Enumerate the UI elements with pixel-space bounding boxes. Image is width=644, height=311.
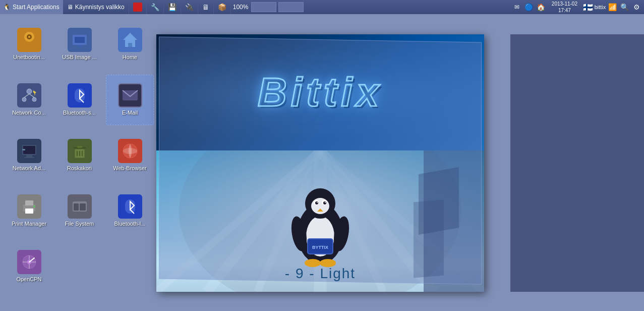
svg-rect-18 [26, 155, 32, 157]
icon-unetbootin[interactable]: Unetbootin... [5, 19, 53, 70]
svg-rect-13 [128, 43, 132, 47]
taskbar-icon-red[interactable] [129, 0, 147, 14]
home-tray-icon[interactable]: 🏠 [536, 2, 547, 13]
bluetooth-tray-icon[interactable]: 🔵 [523, 2, 535, 13]
svg-rect-34 [74, 203, 79, 211]
icon-file-system[interactable]: File System [55, 186, 103, 236]
wifi-icon[interactable]: 📶 [607, 2, 618, 13]
launch-menu-label: Käynnistys valikko [75, 4, 125, 11]
file-system-label: File System [65, 221, 94, 227]
red-icon [133, 3, 142, 12]
svg-point-3 [28, 36, 30, 38]
search-tray-icon[interactable]: 🔍 [619, 2, 630, 13]
svg-rect-36 [76, 212, 84, 214]
launch-menu-button[interactable]: 🖥 Käynnistys valikko [63, 0, 129, 14]
wallpaper-subtitle: - 9 - Light [285, 266, 356, 282]
svg-point-51 [311, 198, 329, 214]
email-tray-icon[interactable]: ✉ [511, 2, 522, 13]
print-manager-icon [17, 194, 41, 219]
desktop-icons-grid: Unetbootin... USB Image ... Network Co..… [5, 19, 156, 297]
svg-rect-19 [24, 157, 34, 158]
right-panel [510, 34, 644, 292]
icon-usb-image[interactable]: USB Image ... [55, 19, 103, 70]
svg-rect-23 [77, 146, 82, 148]
start-penguin-icon: 🐧 [3, 4, 11, 11]
roskakori-label: Roskakori [67, 165, 92, 172]
bluetooth-l-icon [118, 194, 142, 219]
svg-point-7 [27, 89, 32, 94]
icon-bluetooth-s[interactable]: Bluetooth-s... [55, 75, 103, 125]
svg-text:BYTTIX: BYTTIX [312, 245, 328, 250]
home-icon [118, 28, 142, 52]
penguin-svg: BYTTIX [285, 173, 356, 269]
unetbootin-label: Unetbootin... [13, 54, 44, 61]
bittix-logo: Bittix [258, 69, 383, 116]
monitor-icon: 🖥 [202, 3, 209, 11]
svg-point-57 [325, 202, 326, 203]
email-icon [118, 83, 142, 108]
svg-point-9 [32, 97, 36, 101]
username-label: bittix [595, 2, 606, 13]
wallpaper-top: Bittix [156, 34, 484, 150]
opencpn-icon [17, 250, 41, 274]
wallpaper-window: Bittix [156, 34, 484, 292]
tools-icon: 🔧 [151, 3, 159, 11]
opencpn-label: OpenCPN [16, 276, 41, 283]
svg-rect-1 [23, 43, 35, 47]
svg-rect-6 [78, 45, 82, 47]
icon-network-config[interactable]: Network Co... [5, 75, 53, 125]
network-ad-label: Network Ad... [13, 165, 45, 172]
svg-rect-20 [22, 149, 25, 150]
bluetooth-s-label: Bluetooth-s... [63, 110, 96, 116]
network-ad-icon [17, 139, 41, 163]
launch-menu-icon: 🖥 [67, 4, 73, 11]
svg-rect-30 [25, 200, 33, 205]
svg-point-54 [315, 201, 318, 204]
taskbar-icon-monitor[interactable]: 🖥 [198, 0, 214, 14]
svg-line-10 [24, 94, 29, 97]
system-tray: ✉ 🔵 🏠 2013-11-02 17:47 🇫🇮 bittix 📶 🔍 ⚙ [509, 0, 644, 14]
penguin-container: BYTTIX [285, 173, 356, 269]
taskbar: 🐧 Start Applications 🖥 Käynnistys valikk… [0, 0, 644, 14]
home-label: Home [123, 54, 137, 61]
taskbar-icon-tools[interactable]: 🔧 [147, 0, 164, 14]
svg-rect-35 [80, 203, 86, 211]
icon-home[interactable]: Home [106, 19, 154, 70]
file-system-icon [68, 194, 92, 219]
unetbootin-icon [17, 28, 41, 52]
svg-point-28 [123, 148, 137, 154]
icon-bluetooth-l[interactable]: Bluetooth-l... [106, 186, 154, 236]
taskbar-bar-1[interactable] [251, 2, 276, 12]
icon-email[interactable]: E-Mail [106, 75, 154, 125]
icon-opencpn[interactable]: OpenCPN [5, 241, 53, 292]
usb-image-icon [68, 28, 92, 52]
network-icon: 🔌 [185, 3, 194, 11]
svg-point-56 [317, 202, 318, 203]
taskbar-icon-network[interactable]: 🔌 [181, 0, 198, 14]
bluetooth-s-icon [68, 83, 92, 108]
flag-icon[interactable]: 🇫🇮 [582, 2, 594, 13]
taskbar-icon-app[interactable]: 📦 [214, 0, 231, 14]
start-applications-label: Start Applications [13, 4, 60, 11]
web-browser-icon [118, 139, 142, 163]
taskbar-icon-save[interactable]: 💾 [164, 0, 181, 14]
svg-point-8 [22, 97, 26, 101]
icon-roskakori[interactable]: Roskakori [55, 130, 103, 181]
icon-network-ad[interactable]: Network Ad... [5, 130, 53, 181]
taskbar-bar-2[interactable] [278, 2, 304, 12]
save-icon: 💾 [168, 3, 177, 11]
network-config-label: Network Co... [12, 110, 46, 116]
wallpaper-bottom: BYTTIX - 9 - Light [156, 150, 484, 292]
start-applications-button[interactable]: 🐧 Start Applications [0, 0, 63, 14]
usb-image-label: USB Image ... [62, 54, 96, 61]
web-browser-label: Web-Browser [113, 165, 146, 172]
bluetooth-l-label: Bluetooth-l... [114, 221, 146, 227]
desktop: Unetbootin... USB Image ... Network Co..… [0, 14, 644, 311]
system-clock: 2013-11-02 17:47 [548, 1, 581, 14]
icon-web-browser[interactable]: Web-Browser [106, 130, 154, 181]
icon-print-manager[interactable]: Print Manager [5, 186, 53, 236]
svg-rect-5 [75, 37, 85, 43]
zoom-percent: 100% [231, 4, 251, 11]
settings-tray-icon[interactable]: ⚙ [631, 2, 642, 13]
svg-rect-31 [25, 209, 33, 214]
